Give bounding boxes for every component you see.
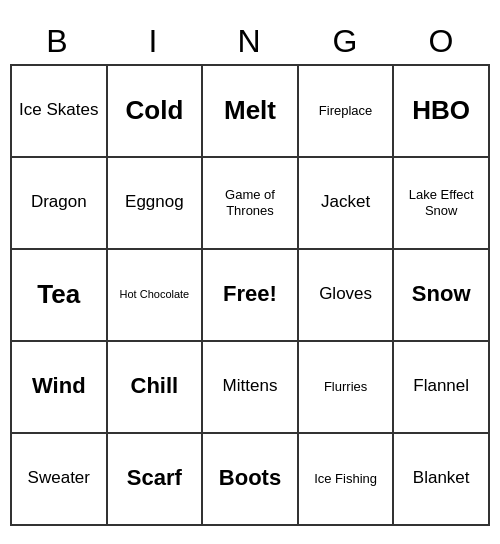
cell-text: Sweater [28, 468, 90, 488]
bingo-cell: Cold [108, 66, 204, 158]
cell-text: Chill [131, 373, 179, 399]
cell-text: Eggnog [125, 192, 184, 212]
cell-text: Ice Skates [19, 100, 98, 120]
header-letter: N [202, 19, 298, 64]
header-letter: O [394, 19, 490, 64]
header-letter: G [298, 19, 394, 64]
bingo-card: BINGO Ice SkatesColdMeltFireplaceHBODrag… [10, 19, 490, 526]
header-letter: B [10, 19, 106, 64]
cell-text: Wind [32, 373, 86, 399]
cell-text: Flurries [324, 379, 367, 395]
cell-text: Blanket [413, 468, 470, 488]
bingo-cell: Gloves [299, 250, 395, 342]
cell-text: Fireplace [319, 103, 372, 119]
cell-text: Lake Effect Snow [398, 187, 484, 218]
bingo-cell: Ice Fishing [299, 434, 395, 526]
cell-text: Melt [224, 95, 276, 126]
bingo-cell: Fireplace [299, 66, 395, 158]
bingo-grid: Ice SkatesColdMeltFireplaceHBODragonEggn… [10, 64, 490, 526]
bingo-cell: Mittens [203, 342, 299, 434]
header-letter: I [106, 19, 202, 64]
cell-text: Ice Fishing [314, 471, 377, 487]
bingo-cell: Dragon [12, 158, 108, 250]
bingo-cell: Ice Skates [12, 66, 108, 158]
bingo-cell: Scarf [108, 434, 204, 526]
cell-text: Jacket [321, 192, 370, 212]
cell-text: Mittens [223, 376, 278, 396]
cell-text: Flannel [413, 376, 469, 396]
bingo-cell: Flannel [394, 342, 490, 434]
bingo-cell: Tea [12, 250, 108, 342]
cell-text: Game of Thrones [207, 187, 293, 218]
cell-text: Hot Chocolate [120, 288, 190, 301]
bingo-cell: Free! [203, 250, 299, 342]
bingo-cell: Lake Effect Snow [394, 158, 490, 250]
cell-text: Snow [412, 281, 471, 307]
bingo-cell: Flurries [299, 342, 395, 434]
bingo-cell: Game of Thrones [203, 158, 299, 250]
bingo-cell: Boots [203, 434, 299, 526]
cell-text: HBO [412, 95, 470, 126]
cell-text: Dragon [31, 192, 87, 212]
cell-text: Tea [37, 279, 80, 310]
bingo-cell: Snow [394, 250, 490, 342]
bingo-header: BINGO [10, 19, 490, 64]
bingo-cell: Blanket [394, 434, 490, 526]
cell-text: Gloves [319, 284, 372, 304]
bingo-cell: Sweater [12, 434, 108, 526]
bingo-cell: Chill [108, 342, 204, 434]
bingo-cell: Jacket [299, 158, 395, 250]
cell-text: Cold [126, 95, 184, 126]
bingo-cell: Eggnog [108, 158, 204, 250]
cell-text: Free! [223, 281, 277, 307]
bingo-cell: Wind [12, 342, 108, 434]
bingo-cell: HBO [394, 66, 490, 158]
cell-text: Boots [219, 465, 281, 491]
bingo-cell: Melt [203, 66, 299, 158]
bingo-cell: Hot Chocolate [108, 250, 204, 342]
cell-text: Scarf [127, 465, 182, 491]
